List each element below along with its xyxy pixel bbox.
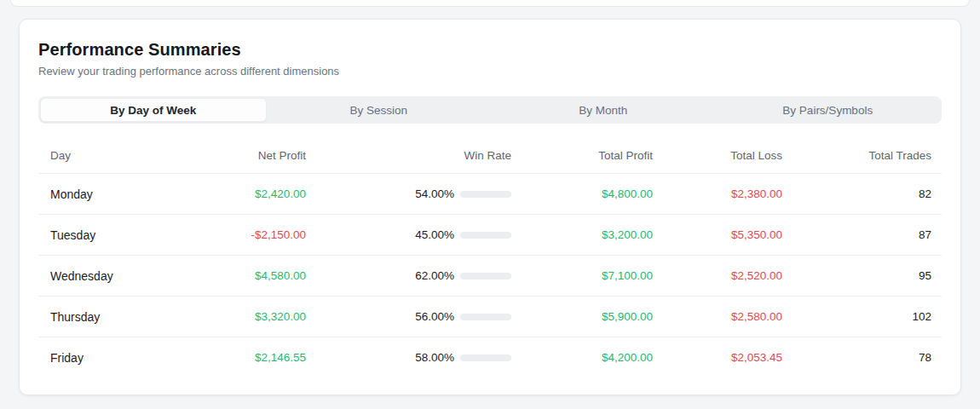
page-subtitle: Review your trading performance across d… — [38, 65, 942, 78]
day-cell: Tuesday — [38, 228, 166, 242]
net-profit-cell: -$2,150.00 — [166, 228, 306, 241]
net-profit-cell: $2,146.55 — [166, 351, 306, 364]
total-profit-cell: $4,800.00 — [511, 187, 653, 200]
win-rate-value: 62.00% — [415, 269, 454, 282]
tab-by-day-of-week[interactable]: By Day of Week — [40, 98, 267, 122]
column-header-win-rate: Win Rate — [306, 149, 511, 162]
win-rate-progress-bar — [460, 191, 511, 198]
tab-by-month[interactable]: By Month — [491, 98, 716, 122]
win-rate-progress-bar — [460, 354, 511, 361]
total-trades-cell: 82 — [782, 187, 943, 200]
day-cell: Thursday — [38, 310, 166, 324]
table-row: Wednesday $4,580.00 62.00% $7,100.00 $2,… — [38, 255, 942, 296]
summary-tabs: By Day of Week By Session By Month By Pa… — [38, 96, 942, 124]
table-row: Tuesday -$2,150.00 45.00% $3,200.00 $5,3… — [38, 214, 942, 255]
win-rate-cell: 62.00% — [306, 269, 511, 282]
total-loss-cell: $2,520.00 — [653, 269, 782, 282]
win-rate-progress-bar — [460, 273, 511, 279]
previous-card-bottom-edge — [10, 0, 970, 7]
table-header-row: Day Net Profit Win Rate Total Profit Tot… — [38, 137, 942, 173]
total-profit-cell: $7,100.00 — [511, 269, 653, 282]
total-trades-cell: 78 — [782, 351, 943, 364]
tab-by-session[interactable]: By Session — [267, 98, 492, 122]
table-body: Monday $2,420.00 54.00% $4,800.00 $2,380… — [38, 173, 942, 377]
win-rate-progress-bar — [460, 314, 511, 320]
total-loss-cell: $2,580.00 — [653, 310, 782, 323]
column-header-total-trades: Total Trades — [782, 149, 943, 162]
total-profit-cell: $3,200.00 — [511, 228, 653, 241]
total-loss-cell: $5,350.00 — [653, 228, 782, 241]
win-rate-value: 56.00% — [415, 310, 454, 323]
day-cell: Friday — [38, 351, 166, 365]
table-row: Friday $2,146.55 58.00% $4,200.00 $2,053… — [38, 337, 942, 377]
win-rate-cell: 56.00% — [306, 310, 511, 323]
net-profit-cell: $3,320.00 — [166, 310, 306, 323]
total-profit-cell: $4,200.00 — [511, 351, 653, 364]
table-row: Thursday $3,320.00 56.00% $5,900.00 $2,5… — [38, 296, 942, 337]
day-cell: Monday — [38, 187, 166, 201]
win-rate-value: 54.00% — [415, 187, 454, 200]
column-header-net-profit: Net Profit — [166, 149, 306, 162]
win-rate-cell: 58.00% — [306, 351, 511, 364]
total-loss-cell: $2,053.45 — [653, 351, 782, 364]
performance-table: Day Net Profit Win Rate Total Profit Tot… — [38, 137, 942, 377]
total-trades-cell: 87 — [782, 228, 943, 241]
total-trades-cell: 102 — [782, 310, 943, 323]
performance-summaries-card: Performance Summaries Review your tradin… — [19, 19, 961, 395]
total-profit-cell: $5,900.00 — [511, 310, 653, 323]
net-profit-cell: $4,580.00 — [166, 269, 306, 282]
win-rate-cell: 45.00% — [306, 228, 511, 241]
win-rate-value: 45.00% — [415, 228, 454, 241]
column-header-total-profit: Total Profit — [511, 149, 653, 162]
page-title: Performance Summaries — [38, 40, 942, 60]
table-row: Monday $2,420.00 54.00% $4,800.00 $2,380… — [38, 173, 942, 214]
net-profit-cell: $2,420.00 — [166, 187, 306, 200]
tab-by-pairs-symbols[interactable]: By Pairs/Symbols — [716, 98, 941, 122]
day-cell: Wednesday — [38, 269, 166, 283]
total-trades-cell: 95 — [782, 269, 943, 282]
win-rate-value: 58.00% — [415, 351, 454, 364]
column-header-day: Day — [38, 149, 166, 162]
win-rate-progress-bar — [460, 232, 511, 239]
win-rate-cell: 54.00% — [306, 187, 511, 200]
column-header-total-loss: Total Loss — [653, 149, 782, 162]
total-loss-cell: $2,380.00 — [653, 187, 782, 200]
